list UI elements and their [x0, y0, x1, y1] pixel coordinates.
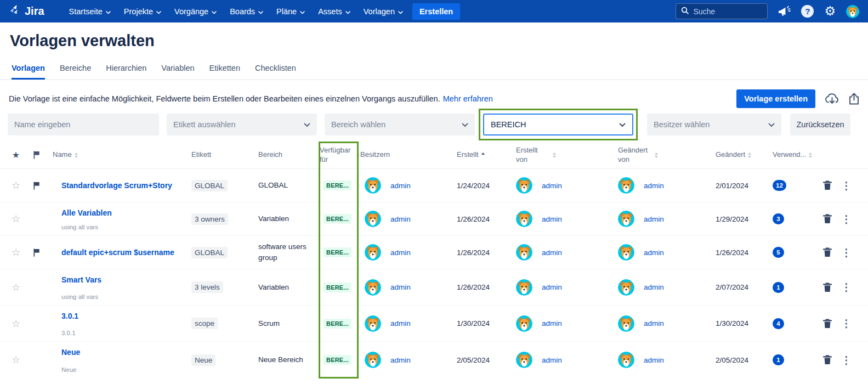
name-filter-field[interactable] [8, 114, 159, 135]
megaphone-icon[interactable] [778, 5, 791, 17]
kebab-menu-icon[interactable]: ⋮ [841, 355, 852, 365]
kebab-menu-icon[interactable]: ⋮ [841, 247, 852, 258]
template-name-link[interactable]: Neue [61, 348, 80, 357]
modified-by-link[interactable]: admin [644, 249, 664, 257]
nav-item-assets[interactable]: Assets [312, 3, 356, 20]
settings-gear-icon[interactable]: ⚙ [824, 5, 836, 18]
nav-item-boards[interactable]: Boards [224, 3, 269, 20]
usage-count-cell: 5 [768, 247, 816, 258]
template-name-link[interactable]: 3.0.1 [61, 312, 78, 320]
nav-item-projekte[interactable]: Projekte [118, 3, 167, 20]
chevron-down-icon [300, 7, 305, 16]
search-box[interactable] [676, 3, 768, 19]
created-by-link[interactable]: admin [542, 356, 562, 364]
nav-item-startseite[interactable]: Startseite [63, 3, 117, 20]
nav-item-vorg-nge[interactable]: Vorgänge [168, 3, 223, 20]
column-header-verwendet[interactable]: Verwend... [768, 150, 816, 159]
flag-icon [29, 249, 45, 257]
owner-avatar [365, 177, 381, 194]
tab-variablen[interactable]: Variablen [161, 64, 194, 80]
sort-icon [809, 153, 812, 158]
delete-trash-icon[interactable] [823, 355, 832, 365]
modified-by-link[interactable]: admin [644, 283, 664, 291]
created-by-avatar [516, 279, 532, 296]
nav-item-pl-ne[interactable]: Pläne [270, 3, 311, 20]
favorite-star-icon[interactable]: ☆ [8, 318, 24, 330]
column-header-etikett: Etikett [191, 150, 258, 159]
available-for-badge: BERE... [324, 319, 351, 329]
tab-checklisten[interactable]: Checklisten [255, 64, 296, 80]
owner-link[interactable]: admin [390, 356, 411, 364]
top-navbar: Jira Startseite Projekte Vorgänge Boards… [0, 0, 868, 22]
help-icon[interactable]: ? [801, 5, 814, 18]
created-by-cell: admin [512, 244, 614, 261]
created-by-link[interactable]: admin [542, 215, 562, 223]
column-header-erstellt[interactable]: Erstellt [452, 150, 512, 159]
kebab-menu-icon[interactable]: ⋮ [841, 318, 852, 329]
owner-link[interactable]: admin [390, 283, 411, 291]
create-button[interactable]: Erstellen [412, 3, 460, 20]
label-cell: Neue [191, 354, 258, 366]
star-column-header[interactable]: ★ [8, 150, 24, 161]
created-by-link[interactable]: admin [542, 319, 562, 327]
kebab-menu-icon[interactable]: ⋮ [841, 180, 852, 191]
column-header-verfuegbar[interactable]: Verfügbar für [320, 146, 360, 164]
created-by-link[interactable]: admin [542, 182, 562, 190]
favorite-star-icon[interactable]: ☆ [8, 213, 24, 225]
delete-trash-icon[interactable] [823, 319, 832, 329]
name-filter-input[interactable] [14, 120, 152, 129]
template-name-link[interactable]: Smart Vars [61, 275, 101, 284]
owner-avatar [365, 244, 381, 261]
delete-trash-icon[interactable] [823, 247, 832, 257]
description-row: Die Vorlage ist eine einfache Möglichkei… [9, 89, 859, 108]
nav-item-vorlagen[interactable]: Vorlagen [358, 3, 409, 20]
modified-by-link[interactable]: admin [644, 319, 664, 327]
favorite-star-icon[interactable]: ☆ [8, 354, 24, 366]
owner-link[interactable]: admin [390, 319, 411, 327]
owner-filter-select[interactable]: Besitzer wählen [647, 114, 781, 135]
created-by-link[interactable]: admin [542, 283, 562, 291]
owner-link[interactable]: admin [390, 249, 411, 257]
label-filter-select[interactable]: Etikett auswählen [167, 114, 317, 135]
modified-by-link[interactable]: admin [644, 182, 664, 190]
column-header-geaendert-von[interactable]: Geändert von [614, 146, 711, 164]
favorite-star-icon[interactable]: ☆ [8, 246, 24, 258]
tab-bereiche[interactable]: Bereiche [60, 64, 91, 80]
delete-trash-icon[interactable] [823, 283, 832, 292]
delete-trash-icon[interactable] [823, 180, 832, 190]
import-cloud-icon[interactable] [825, 93, 839, 105]
tab-hierarchien[interactable]: Hierarchien [106, 64, 146, 80]
user-avatar[interactable] [846, 5, 859, 18]
learn-more-link[interactable]: Mehr erfahren [443, 94, 493, 103]
created-by-link[interactable]: admin [542, 249, 562, 257]
column-header-geaendert[interactable]: Geändert [711, 150, 768, 159]
modified-by-link[interactable]: admin [644, 356, 664, 364]
bereich-filter-select-focused[interactable]: BEREICH [483, 114, 633, 135]
kebab-menu-icon[interactable]: ⋮ [841, 214, 852, 224]
scope-filter-select[interactable]: Bereich wählen [325, 114, 475, 135]
template-name-link[interactable]: default epic+scrum $username [61, 248, 174, 257]
template-name-link[interactable]: Alle Variablen [61, 208, 112, 217]
modified-by-link[interactable]: admin [644, 215, 664, 223]
flag-column-header[interactable] [29, 151, 45, 159]
scope-cell: Variablen [258, 282, 320, 293]
export-share-icon[interactable] [849, 93, 859, 105]
usage-count-badge: 12 [773, 180, 786, 191]
owner-link[interactable]: admin [390, 182, 411, 190]
jira-logo[interactable]: Jira [9, 4, 44, 19]
create-template-button[interactable]: Vorlage erstellen [736, 89, 815, 108]
favorite-star-icon[interactable]: ☆ [8, 281, 24, 293]
search-input[interactable] [693, 7, 759, 16]
template-name-link[interactable]: Standardvorlage Scrum+Story [61, 181, 172, 190]
tab-etiketten[interactable]: Etiketten [209, 64, 240, 80]
modified-by-avatar [618, 211, 634, 227]
tab-vorlagen[interactable]: Vorlagen [12, 64, 45, 80]
column-header-name[interactable]: Name [53, 150, 191, 159]
column-header-erstellt-von[interactable]: Erstellt von [512, 146, 614, 164]
favorite-star-icon[interactable]: ☆ [8, 179, 24, 191]
reset-filters-button[interactable]: Zurücksetzen [790, 114, 850, 135]
owner-link[interactable]: admin [390, 215, 411, 223]
column-header-besitzern: Besitzern [360, 150, 452, 159]
delete-trash-icon[interactable] [823, 214, 832, 224]
kebab-menu-icon[interactable]: ⋮ [841, 282, 852, 292]
